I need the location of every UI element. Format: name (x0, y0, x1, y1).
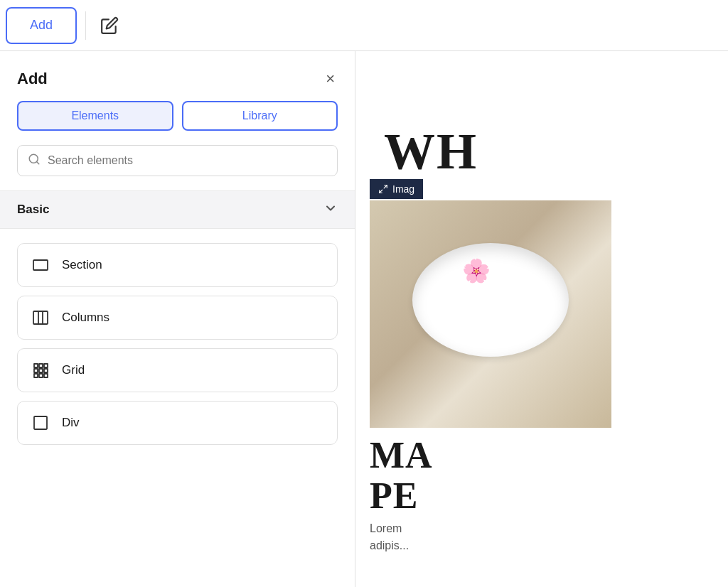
svg-rect-8 (44, 364, 48, 367)
element-item-section[interactable]: Section (17, 243, 338, 287)
search-input[interactable] (48, 154, 327, 167)
grid-icon (31, 360, 50, 380)
element-label-div: Div (62, 416, 80, 430)
search-icon (28, 153, 41, 168)
svg-line-17 (380, 190, 382, 193)
expand-icon (378, 184, 388, 194)
toolbar-divider (85, 11, 86, 40)
element-label-section: Section (62, 258, 102, 272)
section-icon (31, 255, 50, 275)
div-icon (31, 413, 50, 433)
image-toolbar: Imag (370, 179, 423, 199)
edit-icon (100, 16, 119, 35)
svg-rect-14 (44, 374, 48, 377)
element-item-grid[interactable]: Grid (17, 348, 338, 392)
page-canvas: WH Imag 🌸 MAPE Loremadipis... (355, 51, 728, 587)
chevron-down-icon (323, 201, 338, 218)
toolbar: Add (0, 0, 728, 51)
close-button[interactable]: × (323, 68, 338, 90)
svg-rect-2 (33, 260, 48, 270)
element-label-grid: Grid (62, 363, 85, 377)
elements-list: Section Columns (0, 229, 355, 459)
svg-line-16 (384, 185, 387, 188)
toggle-row: Elements Library (0, 101, 355, 145)
columns-icon (31, 308, 50, 328)
article-body: Loremadipis... (370, 520, 409, 554)
svg-rect-13 (39, 374, 43, 377)
article-heading: MAPE (370, 435, 433, 516)
edit-button[interactable] (95, 11, 124, 41)
svg-rect-15 (34, 416, 47, 429)
svg-rect-12 (34, 374, 38, 377)
panel-header: Add × (0, 51, 355, 101)
library-tab-button[interactable]: Library (182, 101, 338, 131)
element-label-columns: Columns (62, 311, 109, 325)
right-content: WH Imag 🌸 MAPE Loremadipis... (355, 51, 728, 587)
svg-rect-7 (39, 364, 43, 367)
flower-decoration: 🌸 (462, 257, 491, 284)
basic-section-label: Basic (17, 203, 49, 217)
svg-rect-3 (33, 311, 48, 324)
svg-rect-9 (34, 369, 38, 372)
add-button[interactable]: Add (6, 7, 77, 44)
search-box (17, 145, 338, 176)
main-layout: Add × Elements Library Basic (0, 51, 728, 587)
element-item-columns[interactable]: Columns (17, 296, 338, 340)
panel-title: Add (17, 70, 48, 88)
svg-rect-10 (39, 369, 43, 372)
elements-tab-button[interactable]: Elements (17, 101, 173, 131)
image-label-text: Imag (392, 183, 414, 195)
canvas-heading: WH (384, 122, 478, 181)
svg-rect-6 (34, 364, 38, 367)
image-block: 🌸 (370, 200, 611, 428)
bowl-shape (412, 243, 569, 357)
basic-section-header[interactable]: Basic (0, 190, 355, 229)
element-item-div[interactable]: Div (17, 401, 338, 445)
search-container (0, 145, 355, 190)
left-panel: Add × Elements Library Basic (0, 51, 355, 587)
svg-line-1 (36, 161, 38, 163)
svg-rect-11 (44, 369, 48, 372)
